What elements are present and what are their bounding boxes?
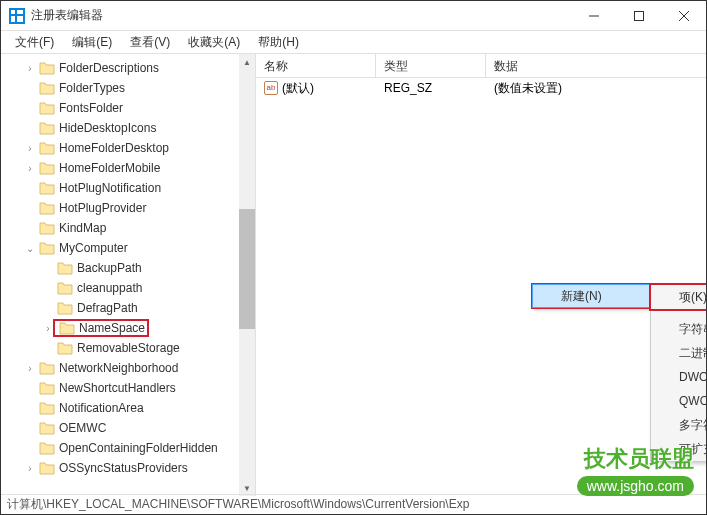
tree-item[interactable]: ⌄MyComputer bbox=[1, 238, 255, 258]
submenu-item-1[interactable]: 字符串值(S) bbox=[651, 317, 707, 341]
svg-rect-1 bbox=[11, 10, 15, 14]
tree-item[interactable]: ›OSSyncStatusProviders bbox=[1, 458, 255, 478]
window-title: 注册表编辑器 bbox=[31, 7, 571, 24]
tree-label: NewShortcutHandlers bbox=[59, 381, 176, 395]
tree-label: FolderDescriptions bbox=[59, 61, 159, 75]
svg-rect-3 bbox=[11, 16, 15, 22]
expand-icon[interactable]: › bbox=[23, 363, 37, 374]
tree-item[interactable]: ›FolderDescriptions bbox=[1, 58, 255, 78]
context-menu-primary: 新建(N) ▶ bbox=[532, 284, 650, 308]
cell-data: (数值未设置) bbox=[486, 80, 570, 97]
tree-pane: ›FolderDescriptionsFolderTypesFontsFolde… bbox=[1, 54, 256, 496]
scrollbar-thumb[interactable] bbox=[239, 209, 255, 329]
tree-label: HotPlugProvider bbox=[59, 201, 146, 215]
menu-item-label: 新建(N) bbox=[561, 288, 602, 305]
tree-item[interactable]: ›HomeFolderDesktop bbox=[1, 138, 255, 158]
app-icon bbox=[9, 8, 25, 24]
tree-item[interactable]: BackupPath bbox=[1, 258, 255, 278]
submenu-item-5[interactable]: 多字符串值(M) bbox=[651, 413, 707, 437]
submenu-item-2[interactable]: 二进制值(B) bbox=[651, 341, 707, 365]
statusbar: 计算机\HKEY_LOCAL_MACHINE\SOFTWARE\Microsof… bbox=[1, 494, 706, 514]
tree-item[interactable]: OEMWC bbox=[1, 418, 255, 438]
tree-item[interactable]: ›HomeFolderMobile bbox=[1, 158, 255, 178]
submenu-item-4[interactable]: QWORD (64 位)值(Q) bbox=[651, 389, 707, 413]
minimize-button[interactable] bbox=[571, 1, 616, 31]
tree-label: DefragPath bbox=[77, 301, 138, 315]
content: ›FolderDescriptionsFolderTypesFontsFolde… bbox=[1, 53, 706, 496]
tree-label: OEMWC bbox=[59, 421, 106, 435]
tree-label: BackupPath bbox=[77, 261, 142, 275]
expand-icon[interactable]: › bbox=[23, 63, 37, 74]
tree-label: FolderTypes bbox=[59, 81, 125, 95]
tree-label: NetworkNeighborhood bbox=[59, 361, 178, 375]
tree-item[interactable]: DefragPath bbox=[1, 298, 255, 318]
column-name[interactable]: 名称 bbox=[256, 54, 376, 77]
svg-rect-4 bbox=[17, 16, 23, 22]
collapse-icon[interactable]: ⌄ bbox=[23, 243, 37, 254]
tree-item[interactable]: ›NameSpace bbox=[1, 318, 255, 338]
submenu-item-0[interactable]: 项(K) bbox=[651, 285, 707, 309]
list-pane: 名称 类型 数据 ab(默认) REG_SZ (数值未设置) 新建(N) ▶ 项… bbox=[256, 54, 706, 496]
tree-item[interactable]: HotPlugNotification bbox=[1, 178, 255, 198]
list-row[interactable]: ab(默认) REG_SZ (数值未设置) bbox=[256, 78, 706, 98]
vertical-scrollbar[interactable]: ▲ ▼ bbox=[239, 54, 255, 496]
submenu-item-6[interactable]: 可扩充字符串值(E) bbox=[651, 437, 707, 461]
tree-item[interactable]: FolderTypes bbox=[1, 78, 255, 98]
tree-label: FontsFolder bbox=[59, 101, 123, 115]
menubar: 文件(F)编辑(E)查看(V)收藏夹(A)帮助(H) bbox=[1, 31, 706, 53]
tree-item[interactable]: OpenContainingFolderHidden bbox=[1, 438, 255, 458]
menu-4[interactable]: 帮助(H) bbox=[250, 32, 307, 53]
context-menu-submenu: 项(K)字符串值(S)二进制值(B)DWORD (32 位)值(D)QWORD … bbox=[650, 284, 707, 462]
maximize-button[interactable] bbox=[616, 1, 661, 31]
tree-item[interactable]: FontsFolder bbox=[1, 98, 255, 118]
titlebar: 注册表编辑器 bbox=[1, 1, 706, 31]
menu-3[interactable]: 收藏夹(A) bbox=[180, 32, 248, 53]
tree-item[interactable]: NotificationArea bbox=[1, 398, 255, 418]
tree-item[interactable]: KindMap bbox=[1, 218, 255, 238]
menu-1[interactable]: 编辑(E) bbox=[64, 32, 120, 53]
tree-label: HomeFolderMobile bbox=[59, 161, 160, 175]
string-value-icon: ab bbox=[264, 81, 278, 95]
menu-0[interactable]: 文件(F) bbox=[7, 32, 62, 53]
tree-label: OSSyncStatusProviders bbox=[59, 461, 188, 475]
cell-type: REG_SZ bbox=[376, 81, 486, 95]
statusbar-path: 计算机\HKEY_LOCAL_MACHINE\SOFTWARE\Microsof… bbox=[7, 496, 469, 513]
tree-label: MyComputer bbox=[59, 241, 128, 255]
expand-icon[interactable]: › bbox=[23, 143, 37, 154]
tree-label: HomeFolderDesktop bbox=[59, 141, 169, 155]
cell-name: ab(默认) bbox=[256, 80, 376, 97]
scroll-up-arrow[interactable]: ▲ bbox=[239, 54, 255, 70]
column-type[interactable]: 类型 bbox=[376, 54, 486, 77]
tree-item[interactable]: ›NetworkNeighborhood bbox=[1, 358, 255, 378]
tree-item[interactable]: HotPlugProvider bbox=[1, 198, 255, 218]
tree-label: HideDesktopIcons bbox=[59, 121, 156, 135]
svg-rect-6 bbox=[634, 11, 643, 20]
submenu-item-3[interactable]: DWORD (32 位)值(D) bbox=[651, 365, 707, 389]
column-data[interactable]: 数据 bbox=[486, 54, 706, 77]
svg-rect-2 bbox=[17, 10, 23, 14]
tree-item[interactable]: NewShortcutHandlers bbox=[1, 378, 255, 398]
tree-label: NotificationArea bbox=[59, 401, 144, 415]
tree-item[interactable]: cleanuppath bbox=[1, 278, 255, 298]
tree-item[interactable]: RemovableStorage bbox=[1, 338, 255, 358]
list-header: 名称 类型 数据 bbox=[256, 54, 706, 78]
menu-2[interactable]: 查看(V) bbox=[122, 32, 178, 53]
tree-label: KindMap bbox=[59, 221, 106, 235]
expand-icon[interactable]: › bbox=[23, 163, 37, 174]
tree-label: OpenContainingFolderHidden bbox=[59, 441, 218, 455]
close-button[interactable] bbox=[661, 1, 706, 31]
tree-item[interactable]: HideDesktopIcons bbox=[1, 118, 255, 138]
expand-icon[interactable]: › bbox=[23, 463, 37, 474]
tree-label: cleanuppath bbox=[77, 281, 142, 295]
tree-label: RemovableStorage bbox=[77, 341, 180, 355]
tree-label: HotPlugNotification bbox=[59, 181, 161, 195]
